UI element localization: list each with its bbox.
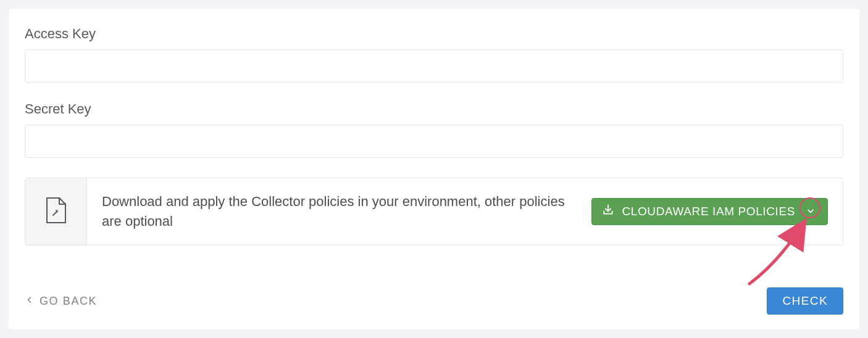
policies-info-icon-cell <box>25 178 87 245</box>
iam-policies-chevron-wrap <box>803 204 819 220</box>
access-key-label: Access Key <box>25 26 843 42</box>
access-key-group: Access Key <box>25 26 843 83</box>
policies-info-text: Download and apply the Collector policie… <box>102 192 577 231</box>
footer-row: GO BACK CHECK <box>25 270 843 315</box>
secret-key-input[interactable] <box>25 125 843 158</box>
iam-policies-button[interactable]: CLOUDAWARE IAM POLICIES <box>591 198 828 225</box>
go-back-button[interactable]: GO BACK <box>25 291 98 311</box>
access-key-input[interactable] <box>25 49 843 83</box>
secret-key-group: Secret Key <box>25 101 843 158</box>
iam-policies-button-label: CLOUDAWARE IAM POLICIES <box>622 205 795 218</box>
chevron-down-icon <box>806 205 815 218</box>
chevron-left-icon <box>26 295 33 308</box>
form-card: Access Key Secret Key Download and apply… <box>9 9 859 329</box>
download-icon <box>602 204 614 219</box>
check-button[interactable]: CHECK <box>767 287 843 315</box>
secret-key-label: Secret Key <box>25 101 843 117</box>
policies-info-body: Download and apply the Collector policie… <box>87 178 843 245</box>
policies-info-box: Download and apply the Collector policie… <box>25 178 843 245</box>
go-back-label: GO BACK <box>40 295 97 308</box>
check-button-label: CHECK <box>782 294 828 307</box>
document-icon <box>45 197 67 226</box>
